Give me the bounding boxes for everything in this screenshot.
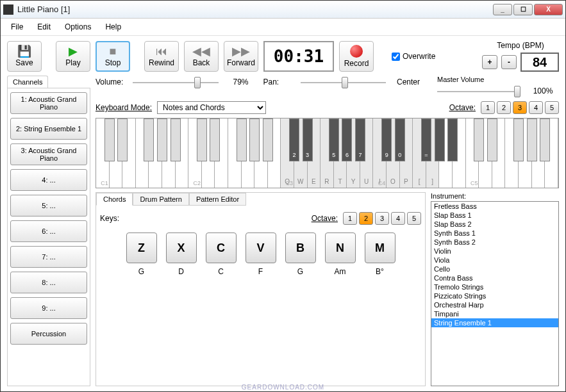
record-button[interactable]: Record bbox=[339, 41, 374, 72]
chord-key-N[interactable]: N bbox=[325, 233, 356, 263]
white-key[interactable] bbox=[136, 118, 149, 188]
white-key[interactable] bbox=[96, 118, 110, 188]
white-key[interactable]: E bbox=[308, 118, 321, 188]
chord-key-V[interactable]: V bbox=[246, 233, 276, 263]
channel-button-1[interactable]: 1: Acoustic Grand Piano bbox=[10, 92, 87, 114]
tempo-plus-button[interactable]: + bbox=[482, 55, 497, 69]
white-key[interactable] bbox=[176, 118, 189, 188]
chord-key-M[interactable]: M bbox=[365, 233, 395, 263]
instrument-list[interactable]: Fretless BassSlap Bass 1Slap Bass 2Synth… bbox=[431, 201, 559, 386]
octave-button-5[interactable]: 5 bbox=[545, 101, 559, 114]
instrument-item[interactable]: Tremolo Strings bbox=[431, 282, 558, 291]
menu-help[interactable]: Help bbox=[103, 21, 124, 33]
menu-options[interactable]: Options bbox=[62, 21, 94, 33]
white-key[interactable]: T bbox=[334, 118, 347, 188]
minimize-button[interactable]: _ bbox=[493, 4, 512, 15]
channel-button-6[interactable]: 6: ... bbox=[10, 220, 87, 242]
octave-button-4[interactable]: 4 bbox=[391, 212, 405, 225]
white-key[interactable]: I bbox=[373, 118, 387, 188]
pan-slider[interactable] bbox=[301, 76, 387, 88]
piano-keyboard[interactable]: QWERTYUIOP[] 2356790= C1 C2 C3 C4 C5 bbox=[96, 118, 559, 188]
close-button[interactable]: X bbox=[534, 4, 563, 15]
chord-key-C[interactable]: C bbox=[206, 233, 237, 263]
menu-edit[interactable]: Edit bbox=[35, 21, 53, 33]
tempo-minus-button[interactable]: - bbox=[501, 55, 517, 69]
white-key[interactable]: U bbox=[360, 118, 374, 188]
white-key[interactable] bbox=[202, 118, 215, 188]
white-key[interactable] bbox=[242, 118, 255, 188]
octave-button-3[interactable]: 3 bbox=[513, 101, 527, 114]
overwrite-checkbox[interactable]: Overwrite bbox=[392, 52, 435, 61]
channel-button-9[interactable]: 9: ... bbox=[10, 297, 87, 319]
channel-button-4[interactable]: 4: ... bbox=[10, 169, 87, 191]
play-button[interactable]: ▶Play bbox=[56, 41, 90, 72]
octave-button-4[interactable]: 4 bbox=[529, 101, 543, 114]
white-key[interactable] bbox=[505, 118, 519, 188]
white-key[interactable]: W bbox=[294, 118, 308, 188]
back-button[interactable]: ◀◀Back bbox=[184, 41, 219, 72]
save-button[interactable]: 💾Save bbox=[7, 41, 42, 72]
instrument-item[interactable]: Contra Bass bbox=[431, 274, 558, 282]
instrument-item[interactable]: Synth Bass 1 bbox=[431, 229, 558, 238]
white-key[interactable] bbox=[479, 118, 492, 188]
white-key[interactable] bbox=[439, 118, 453, 188]
master-volume-slider[interactable] bbox=[437, 85, 520, 97]
instrument-item[interactable]: Pizzicato Strings bbox=[431, 291, 558, 300]
octave-button-3[interactable]: 3 bbox=[375, 212, 389, 225]
white-key[interactable] bbox=[545, 118, 558, 188]
white-key[interactable]: P bbox=[400, 118, 413, 188]
white-key[interactable] bbox=[453, 118, 466, 188]
channel-button-10[interactable]: Percussion bbox=[10, 323, 87, 345]
channel-button-5[interactable]: 5: ... bbox=[10, 195, 87, 216]
octave-button-2[interactable]: 2 bbox=[497, 101, 511, 114]
instrument-item[interactable]: Fretless Bass bbox=[431, 202, 558, 211]
instrument-item[interactable]: Viola bbox=[431, 256, 558, 265]
rewind-button[interactable]: ⏮Rewind bbox=[144, 41, 179, 72]
instrument-item[interactable]: Cello bbox=[431, 265, 558, 274]
tab-drum-pattern[interactable]: Drum Pattern bbox=[133, 193, 188, 206]
white-key[interactable]: [ bbox=[413, 118, 426, 188]
tab-pattern-editor[interactable]: Pattern Editor bbox=[189, 193, 246, 206]
channel-button-3[interactable]: 3: Acoustic Grand Piano bbox=[10, 143, 87, 165]
white-key[interactable] bbox=[122, 118, 136, 188]
channel-button-2[interactable]: 2: String Ensemble 1 bbox=[10, 118, 87, 140]
white-key[interactable]: O bbox=[387, 118, 400, 188]
chord-key-Z[interactable]: Z bbox=[126, 233, 157, 263]
octave-button-5[interactable]: 5 bbox=[407, 212, 421, 225]
instrument-item[interactable]: Timpani bbox=[431, 309, 558, 318]
white-key[interactable] bbox=[149, 118, 162, 188]
instrument-item[interactable]: Synth Bass 2 bbox=[431, 238, 558, 247]
instrument-item[interactable]: Slap Bass 2 bbox=[431, 220, 558, 229]
channels-tab[interactable]: Channels bbox=[7, 76, 48, 88]
white-key[interactable] bbox=[466, 118, 479, 188]
white-key[interactable]: Q bbox=[281, 118, 294, 188]
keyboard-mode-select[interactable]: Notes and Chords bbox=[157, 101, 266, 114]
channel-button-8[interactable]: 8: ... bbox=[10, 272, 87, 293]
white-key[interactable] bbox=[215, 118, 228, 188]
octave-button-1[interactable]: 1 bbox=[343, 212, 357, 225]
octave-button-2[interactable]: 2 bbox=[359, 212, 373, 225]
channel-button-7[interactable]: 7: ... bbox=[10, 246, 87, 268]
instrument-item[interactable]: Violin bbox=[431, 247, 558, 256]
white-key[interactable]: R bbox=[320, 118, 334, 188]
white-key[interactable]: ] bbox=[426, 118, 440, 188]
white-key[interactable] bbox=[110, 118, 123, 188]
white-key[interactable] bbox=[268, 118, 281, 188]
stop-button[interactable]: ■Stop bbox=[96, 41, 130, 72]
chord-key-B[interactable]: B bbox=[285, 233, 316, 263]
white-key[interactable] bbox=[492, 118, 506, 188]
forward-button[interactable]: ▶▶Forward bbox=[224, 41, 258, 72]
tab-chords[interactable]: Chords bbox=[96, 193, 133, 206]
instrument-item[interactable]: Slap Bass 1 bbox=[431, 211, 558, 220]
octave-button-1[interactable]: 1 bbox=[481, 101, 495, 114]
menu-file[interactable]: File bbox=[8, 21, 26, 33]
volume-slider[interactable] bbox=[133, 76, 219, 88]
white-key[interactable] bbox=[228, 118, 242, 188]
white-key[interactable]: Y bbox=[347, 118, 360, 188]
white-key[interactable] bbox=[188, 118, 202, 188]
white-key[interactable] bbox=[254, 118, 268, 188]
maximize-button[interactable]: ☐ bbox=[513, 4, 533, 15]
chord-key-X[interactable]: X bbox=[166, 233, 197, 263]
white-key[interactable] bbox=[519, 118, 532, 188]
instrument-item[interactable]: String Ensemble 1 bbox=[431, 318, 558, 327]
